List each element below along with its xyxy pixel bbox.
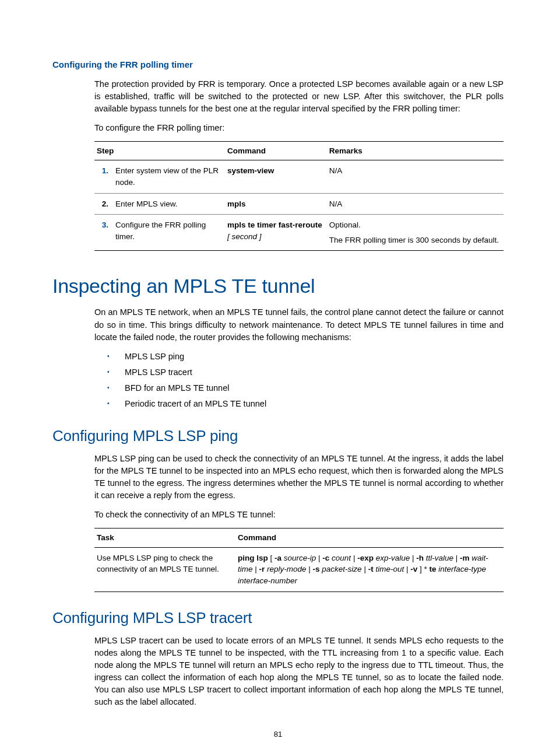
step-text: Enter MPLS view.	[113, 193, 225, 215]
table-row: 1. Enter system view of the PLR node. sy…	[94, 160, 504, 193]
cmd-cell: mpls	[225, 193, 327, 215]
remarks-cell: N/A	[327, 193, 504, 215]
para: On an MPLS TE network, when an MPLS TE t…	[94, 306, 504, 343]
table-row: Use MPLS LSP ping to check the connectiv…	[94, 547, 504, 592]
table-lsp-ping: Task Command Use MPLS LSP ping to check …	[94, 528, 504, 592]
page-number: 81	[52, 729, 504, 740]
para: MPLS LSP tracert can be used to locate e…	[94, 635, 504, 708]
table-row: 2. Enter MPLS view. mpls N/A	[94, 193, 504, 215]
list-item: MPLS LSP tracert	[52, 366, 504, 379]
para: To configure the FRR polling timer:	[94, 122, 504, 134]
para: MPLS LSP ping can be used to check the c…	[94, 453, 504, 502]
para: To check the connectivity of an MPLS TE …	[94, 509, 504, 521]
step-number: 3.	[94, 215, 113, 251]
th-command: Command	[235, 528, 504, 548]
step-number: 1.	[94, 160, 113, 193]
list-item: Periodic tracert of an MPLS TE tunnel	[52, 398, 504, 410]
list-item: BFD for an MPLS TE tunnel	[52, 382, 504, 394]
step-text: Configure the FRR polling timer.	[113, 215, 225, 251]
bullet-list: MPLS LSP ping MPLS LSP tracert BFD for a…	[52, 351, 504, 410]
heading-inspecting: Inspecting an MPLS TE tunnel	[52, 272, 504, 300]
th-task: Task	[94, 528, 235, 548]
step-number: 2.	[94, 193, 113, 215]
task-cell: Use MPLS LSP ping to check the connectiv…	[94, 547, 235, 592]
cmd-cell: mpls te timer fast-reroute[ second ]	[225, 215, 327, 251]
th-remarks: Remarks	[327, 141, 504, 160]
para: The protection provided by FRR is tempor…	[94, 78, 504, 115]
th-step: Step	[94, 141, 225, 160]
step-text: Enter system view of the PLR node.	[113, 160, 225, 193]
cmd-cell: ping lsp [ -a source-ip | -c count | -ex…	[235, 547, 504, 592]
th-command: Command	[225, 141, 327, 160]
table-frr-steps: Step Command Remarks 1. Enter system vie…	[94, 141, 504, 251]
table-row: 3. Configure the FRR polling timer. mpls…	[94, 215, 504, 251]
remarks-cell: Optional.The FRR polling timer is 300 se…	[327, 215, 504, 251]
heading-lsp-ping: Configuring MPLS LSP ping	[52, 425, 504, 447]
cmd-cell: system-view	[225, 160, 327, 193]
heading-frr-polling: Configuring the FRR polling timer	[52, 58, 504, 71]
remarks-cell: N/A	[327, 160, 504, 193]
heading-lsp-tracert: Configuring MPLS LSP tracert	[52, 607, 504, 629]
list-item: MPLS LSP ping	[52, 351, 504, 363]
